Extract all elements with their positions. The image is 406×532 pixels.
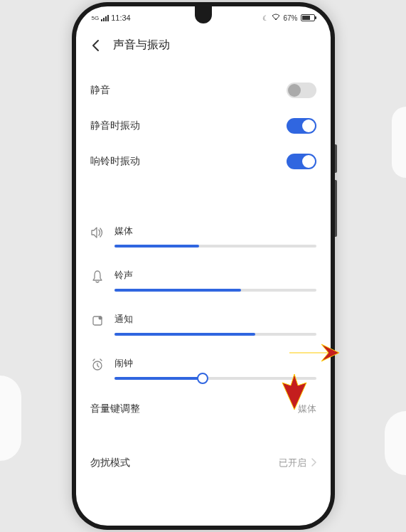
notification-slider[interactable] [114, 333, 316, 336]
vibrate-ring-row: 响铃时振动 [90, 144, 316, 179]
notification-label: 通知 [114, 313, 316, 326]
ringtone-slider-section: 铃声 [90, 256, 316, 300]
phone-frame: 5G 11:34 ☾ 67% 声音与振动 [72, 2, 335, 530]
bell-icon [90, 270, 105, 284]
battery-icon [301, 14, 315, 21]
dnd-value: 已开启 [279, 457, 306, 469]
volume-key-label: 音量键调整 [90, 403, 140, 415]
alarm-label: 闹钟 [114, 357, 316, 370]
alarm-icon [90, 358, 105, 372]
ringtone-label: 铃声 [114, 269, 316, 282]
page-title: 声音与振动 [113, 38, 170, 53]
mute-row: 静音 [90, 73, 316, 108]
back-button[interactable] [89, 38, 103, 53]
notch [195, 6, 212, 23]
status-time: 11:34 [111, 14, 131, 22]
media-label: 媒体 [114, 225, 316, 238]
alarm-slider-thumb[interactable] [197, 373, 208, 384]
notification-slider-section: 通知 [90, 300, 316, 344]
notification-icon [90, 314, 105, 328]
vibrate-ring-label: 响铃时振动 [90, 155, 140, 168]
ringtone-slider[interactable] [114, 289, 316, 292]
annotation-arrow-2 [279, 374, 309, 413]
volume-button [335, 180, 337, 237]
media-slider-section: 媒体 [90, 212, 316, 256]
battery-percent: 67% [283, 14, 297, 22]
chevron-right-icon [311, 457, 316, 469]
signal-icon [101, 15, 109, 21]
mute-label: 静音 [90, 84, 110, 97]
dnd-label: 勿扰模式 [90, 457, 130, 469]
mute-toggle[interactable] [287, 83, 316, 98]
vibrate-ring-toggle[interactable] [287, 154, 316, 169]
vibrate-mute-toggle[interactable] [287, 118, 316, 134]
wifi-icon [272, 14, 280, 22]
moon-icon: ☾ [262, 14, 269, 22]
vibrate-mute-label: 静音时振动 [90, 119, 140, 132]
header: 声音与振动 [76, 29, 331, 61]
svg-point-0 [275, 18, 277, 20]
svg-point-2 [98, 316, 102, 320]
volume-icon [90, 225, 105, 240]
network-label: 5G [92, 15, 100, 21]
dnd-row[interactable]: 勿扰模式 已开启 [90, 447, 316, 479]
annotation-arrow-1 [289, 340, 339, 368]
vibrate-mute-row: 静音时振动 [90, 108, 316, 144]
media-slider[interactable] [114, 245, 316, 248]
power-button [335, 144, 337, 173]
